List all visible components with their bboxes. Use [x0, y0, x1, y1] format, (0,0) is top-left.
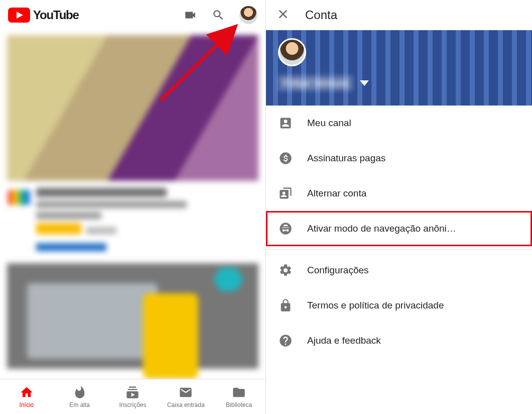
- dropdown-triangle-icon: [360, 80, 369, 86]
- account-avatar-button[interactable]: [239, 6, 257, 24]
- video-thumbnail-2[interactable]: [7, 263, 258, 369]
- nav-trending-label: Em alta: [69, 401, 90, 408]
- video-subtitle-2: [36, 212, 101, 219]
- menu-paid-label: Assinaturas pagas: [307, 153, 385, 164]
- incognito-icon: [278, 221, 293, 236]
- close-button[interactable]: [276, 7, 290, 23]
- switch-account-icon: [278, 186, 293, 201]
- bottom-nav: Início Em alta Inscrições Caixa entrada …: [0, 379, 265, 414]
- create-video-button[interactable]: [183, 8, 197, 22]
- menu-help-feedback[interactable]: Ajuda e feedback: [266, 323, 532, 358]
- ad-cta-link[interactable]: [36, 243, 106, 251]
- nav-home[interactable]: Início: [2, 385, 52, 408]
- close-icon: [276, 7, 290, 21]
- sponsor-name: [86, 227, 116, 234]
- nav-subscriptions[interactable]: Inscrições: [107, 385, 158, 408]
- help-circle-icon: [278, 333, 293, 348]
- profile-avatar[interactable]: [278, 38, 306, 66]
- account-menu: Meu canal Assinaturas pagas Alternar con…: [266, 106, 532, 358]
- channel-avatar[interactable]: [8, 190, 30, 205]
- menu-my-channel-label: Meu canal: [307, 118, 351, 129]
- video-meta: [0, 181, 265, 239]
- dollar-circle-icon: [278, 151, 293, 166]
- nav-library-label: Biblioteca: [226, 401, 252, 408]
- home-icon: [20, 385, 34, 399]
- ad-badge: [36, 223, 81, 234]
- youtube-logo[interactable]: YouTube: [8, 8, 79, 23]
- menu-switch-label: Alternar conta: [307, 188, 366, 199]
- nav-library[interactable]: Biblioteca: [214, 385, 264, 408]
- mail-icon: [179, 385, 193, 399]
- account-switcher[interactable]: Felipe Ventura: [278, 75, 520, 91]
- account-panel-title: Conta: [305, 8, 337, 22]
- menu-settings-label: Configurações: [307, 265, 369, 276]
- menu-terms-privacy[interactable]: Termos e política de privacidade: [266, 288, 532, 323]
- video-subtitle: [36, 201, 187, 208]
- menu-terms-label: Termos e política de privacidade: [307, 300, 444, 311]
- gear-icon: [278, 263, 293, 278]
- search-button[interactable]: [211, 8, 225, 22]
- youtube-play-icon: [8, 8, 30, 23]
- menu-help-label: Ajuda e feedback: [307, 335, 381, 346]
- menu-incognito[interactable]: Ativar modo de navegação anôni…: [266, 211, 532, 246]
- lock-icon: [278, 298, 293, 313]
- menu-switch-account[interactable]: Alternar conta: [266, 176, 532, 211]
- nav-inbox-label: Caixa entrada: [167, 401, 205, 408]
- youtube-home-screen: YouTube: [0, 0, 266, 414]
- video-thumbnail[interactable]: [7, 35, 258, 181]
- youtube-logo-text: YouTube: [33, 8, 79, 22]
- person-box-icon: [278, 116, 293, 131]
- nav-trending[interactable]: Em alta: [55, 385, 105, 408]
- menu-incognito-label: Ativar modo de navegação anôni…: [307, 223, 456, 234]
- account-panel-header: Conta: [266, 0, 532, 30]
- header-actions: [183, 6, 257, 24]
- video-camera-icon: [184, 9, 197, 22]
- app-header: YouTube: [0, 0, 265, 30]
- menu-divider: [266, 249, 532, 250]
- subscriptions-icon: [125, 385, 140, 399]
- menu-my-channel[interactable]: Meu canal: [266, 106, 532, 141]
- menu-settings[interactable]: Configurações: [266, 253, 532, 288]
- video-title[interactable]: [36, 188, 167, 197]
- nav-inbox[interactable]: Caixa entrada: [161, 385, 211, 408]
- search-icon: [212, 9, 225, 22]
- nav-home-label: Início: [20, 401, 34, 408]
- menu-paid-memberships[interactable]: Assinaturas pagas: [266, 141, 532, 176]
- account-banner: Felipe Ventura: [266, 30, 532, 106]
- video-text: [36, 188, 187, 236]
- folder-icon: [232, 385, 246, 399]
- trending-icon: [73, 385, 87, 399]
- user-name: Felipe Ventura: [278, 75, 353, 91]
- account-panel: Conta Felipe Ventura Meu canal Assinatur…: [266, 0, 532, 414]
- nav-subscriptions-label: Inscrições: [119, 401, 146, 408]
- video-feed: [0, 30, 265, 379]
